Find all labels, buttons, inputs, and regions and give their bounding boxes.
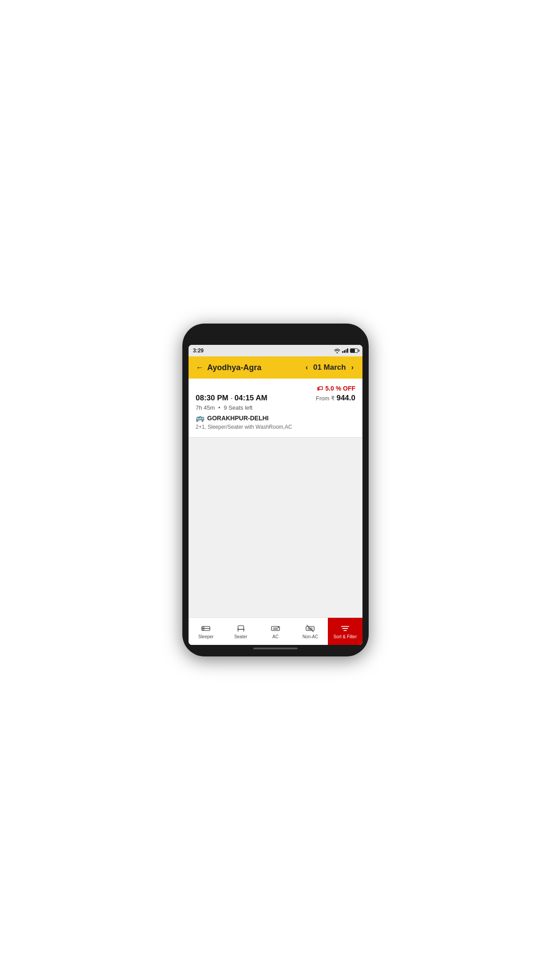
svg-rect-2 xyxy=(203,627,205,628)
price-area: From ₹ 944.0 xyxy=(316,394,355,403)
discount-label: 5.0 % OFF xyxy=(325,385,355,392)
nav-filter-label: Sort & Filter xyxy=(333,634,357,639)
header-date: ‹ 01 March › xyxy=(304,363,355,372)
arrival-time: 04:15 AM xyxy=(235,394,268,402)
card-main-row: 08:30 PM - 04:15 AM From ₹ 944.0 xyxy=(196,394,355,403)
nav-ac-label: AC xyxy=(272,634,279,639)
tag-icon: 🏷 xyxy=(317,385,323,392)
nav-nonac-label: Non-AC xyxy=(303,634,319,639)
app-header: ← Ayodhya-Agra ‹ 01 March › xyxy=(189,356,362,379)
nav-nonac[interactable]: Non-AC xyxy=(293,618,327,645)
departure-time: 08:30 PM xyxy=(196,394,228,402)
bus-result-card[interactable]: 🏷 5.0 % OFF 08:30 PM - 04:15 AM From ₹ 9… xyxy=(189,379,362,438)
current-date: 01 March xyxy=(313,363,346,372)
home-bar xyxy=(253,648,298,649)
time-separator: - xyxy=(230,394,234,402)
svg-rect-3 xyxy=(203,629,205,630)
sleeper-icon xyxy=(201,624,211,633)
next-date-button[interactable]: › xyxy=(350,363,355,372)
duration: 7h 45m xyxy=(196,404,215,411)
status-bar: 3:29 xyxy=(189,345,362,356)
bus-icon: 🚌 xyxy=(196,414,205,422)
price-value: 944.0 xyxy=(336,394,355,402)
time-range: 08:30 PM - 04:15 AM xyxy=(196,394,268,403)
seats-left: 9 Seats left xyxy=(224,404,252,411)
wifi-icon xyxy=(334,348,340,353)
discount-row: 🏷 5.0 % OFF xyxy=(196,385,355,392)
bus-route-row: 🚌 GORAKHPUR-DELHI xyxy=(196,414,355,422)
svg-rect-4 xyxy=(238,626,244,629)
back-button[interactable]: ← xyxy=(196,363,204,372)
nav-sleeper-label: Sleeper xyxy=(198,634,213,639)
phone-notch xyxy=(189,330,362,343)
signal-icon xyxy=(342,348,348,353)
filter-icon xyxy=(340,624,350,633)
bottom-nav: Sleeper Seater AC xyxy=(189,617,362,645)
discount-badge: 🏷 5.0 % OFF xyxy=(317,385,355,392)
nav-ac[interactable]: AC xyxy=(258,618,293,645)
price-from: From ₹ xyxy=(316,395,335,402)
phone-frame: 3:29 xyxy=(182,324,369,656)
nav-seater[interactable]: Seater xyxy=(223,618,258,645)
separator-dot: • xyxy=(218,404,220,411)
bus-route: GORAKHPUR-DELHI xyxy=(207,415,268,422)
nav-sleeper[interactable]: Sleeper xyxy=(189,618,223,645)
header-title: Ayodhya-Agra xyxy=(207,363,261,372)
header-left: ← Ayodhya-Agra xyxy=(196,363,261,372)
empty-results-area xyxy=(189,438,362,571)
home-indicator xyxy=(189,645,362,650)
phone-screen: 3:29 xyxy=(189,345,362,645)
nav-sort-filter[interactable]: Sort & Filter xyxy=(328,618,362,645)
content-area: 🏷 5.0 % OFF 08:30 PM - 04:15 AM From ₹ 9… xyxy=(189,379,362,617)
bus-amenities: 2+1, Sleeper/Seater with WashRoom,AC xyxy=(196,424,355,430)
status-icons xyxy=(334,348,358,353)
card-info-row: 7h 45m • 9 Seats left xyxy=(196,404,355,411)
status-time: 3:29 xyxy=(193,348,204,354)
svg-point-8 xyxy=(278,627,279,628)
battery-icon xyxy=(350,348,358,353)
ac-icon xyxy=(271,624,280,633)
prev-date-button[interactable]: ‹ xyxy=(304,363,310,372)
nav-seater-label: Seater xyxy=(234,634,247,639)
seater-icon xyxy=(236,624,246,633)
nonac-icon xyxy=(305,624,315,633)
